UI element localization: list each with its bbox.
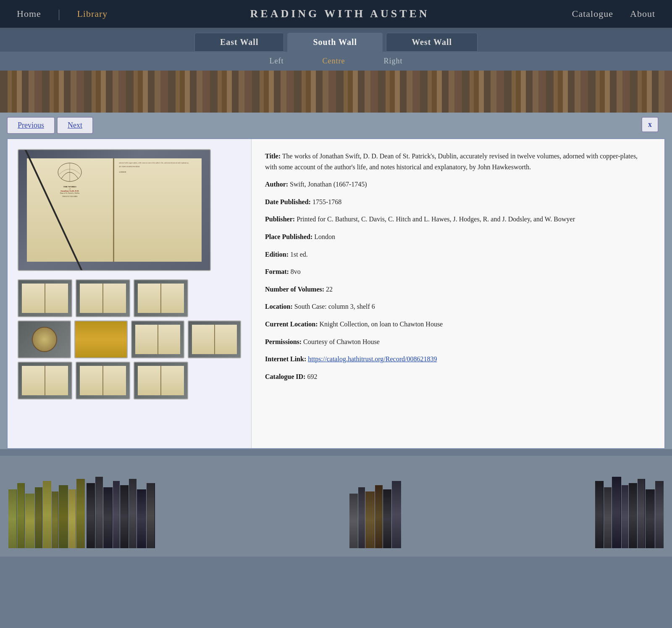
author-label: Author:: [265, 181, 288, 188]
tab-left[interactable]: Left: [263, 55, 291, 67]
thumbnail-2[interactable]: [76, 279, 130, 317]
catalogue-label: Catalogue ID:: [265, 373, 305, 380]
thumb-row-1: [18, 279, 241, 317]
thumb-row-2: [18, 321, 241, 358]
next-button[interactable]: Next: [57, 117, 93, 134]
permissions-value: Courtesy of Chawton House: [303, 338, 380, 345]
internet-row: Internet Link: https://catalog.hathitrus…: [265, 354, 651, 365]
location-value: South Case: column 3, shelf 6: [294, 303, 375, 310]
bottom-bookshelf: [0, 456, 672, 557]
tab-east-wall[interactable]: East Wall: [194, 33, 284, 52]
nav-library[interactable]: Library: [77, 8, 108, 19]
tab-right[interactable]: Right: [377, 55, 409, 67]
site-title: Reading With Austen: [250, 8, 430, 20]
thumbnail-7[interactable]: [188, 321, 241, 358]
publisher-label: Publisher:: [265, 215, 295, 223]
thumbnail-10[interactable]: [134, 362, 188, 399]
wall-tabs: East Wall South Wall West Wall: [0, 29, 672, 52]
section-tabs: Left Centre Right: [0, 52, 672, 71]
volumes-label: Number of Volumes:: [265, 286, 324, 293]
permissions-label: Permissions:: [265, 338, 302, 345]
permissions-row: Permissions: Courtesy of Chawton House: [265, 336, 651, 347]
author-value: Swift, Jonathan (1667-1745): [290, 181, 367, 188]
title-label: Title:: [265, 152, 281, 160]
location-row: Location: South Case: column 3, shelf 6: [265, 301, 651, 312]
thumbnail-1[interactable]: [18, 279, 72, 317]
format-row: Format: 8vo: [265, 266, 651, 277]
info-section: Title: The works of Jonathan Swift, D. D…: [251, 139, 664, 448]
tab-west-wall[interactable]: West Wall: [386, 33, 478, 52]
title-row: Title: The works of Jonathan Swift, D. D…: [265, 151, 651, 172]
thumb-row-3: [18, 362, 241, 399]
nav-about[interactable]: About: [630, 8, 655, 19]
catalogue-row: Catalogue ID: 692: [265, 371, 651, 382]
main-panel: THE WORKS of Jonathan Swift, D.D. Dean o…: [7, 138, 665, 449]
current-location-label: Current Location:: [265, 321, 318, 328]
place-value: London: [314, 233, 335, 240]
thumbnail-8[interactable]: [18, 362, 72, 399]
top-navigation: Home | Library Reading With Austen Catal…: [0, 0, 672, 29]
content-wrapper: Previous Next x: [0, 113, 672, 449]
format-label: Format:: [265, 268, 289, 275]
catalogue-value: 692: [307, 373, 317, 380]
internet-link[interactable]: https://catalog.hathitrust.org/Record/00…: [308, 355, 437, 363]
thumbnail-grid: [18, 279, 241, 399]
edition-label: Edition:: [265, 251, 289, 258]
format-value: 8vo: [291, 268, 301, 275]
edition-value: 1st ed.: [290, 251, 308, 258]
volumes-row: Number of Volumes: 22: [265, 284, 651, 295]
place-row: Place Published: London: [265, 231, 651, 242]
thumbnail-3[interactable]: [134, 279, 188, 317]
thumbnail-4[interactable]: [18, 321, 71, 358]
close-button[interactable]: x: [641, 117, 659, 132]
edition-row: Edition: 1st ed.: [265, 249, 651, 260]
thumbnail-5[interactable]: [74, 321, 128, 358]
title-value: The works of Jonathan Swift, D. D. Dean …: [265, 152, 638, 171]
tab-centre[interactable]: Centre: [315, 55, 352, 67]
previous-button[interactable]: Previous: [7, 117, 55, 134]
nav-divider-1: |: [58, 7, 60, 21]
internet-label: Internet Link:: [265, 355, 306, 363]
place-label: Place Published:: [265, 233, 312, 240]
date-label: Date Published:: [265, 198, 311, 205]
tab-south-wall[interactable]: South Wall: [287, 33, 383, 52]
current-location-value: Knight Collection, on loan to Chawton Ho…: [319, 321, 443, 328]
current-location-row: Current Location: Knight Collection, on …: [265, 319, 651, 330]
date-row: Date Published: 1755-1768: [265, 197, 651, 208]
thumbnail-6[interactable]: [131, 321, 184, 358]
volumes-value: 22: [326, 286, 333, 293]
publisher-row: Publisher: Printed for C. Bathurst, C. D…: [265, 214, 651, 225]
top-bookshelf: [0, 71, 672, 113]
date-value: 1755-1768: [312, 198, 341, 205]
nav-buttons-row: Previous Next: [0, 113, 672, 138]
author-row: Author: Swift, Jonathan (1667-1745): [265, 179, 651, 190]
main-book-image[interactable]: THE WORKS of Jonathan Swift, D.D. Dean o…: [18, 149, 211, 271]
nav-catalogue[interactable]: Catalogue: [572, 8, 613, 19]
site-title-text: Reading With Austen: [250, 8, 430, 20]
publisher-value: Printed for C. Bathurst, C. Davis, C. Hi…: [297, 215, 575, 223]
nav-home[interactable]: Home: [17, 8, 41, 19]
location-label: Location:: [265, 303, 293, 310]
image-section: THE WORKS of Jonathan Swift, D.D. Dean o…: [8, 139, 251, 448]
thumbnail-9[interactable]: [76, 362, 130, 399]
shelf-books-bottom: [0, 456, 672, 557]
